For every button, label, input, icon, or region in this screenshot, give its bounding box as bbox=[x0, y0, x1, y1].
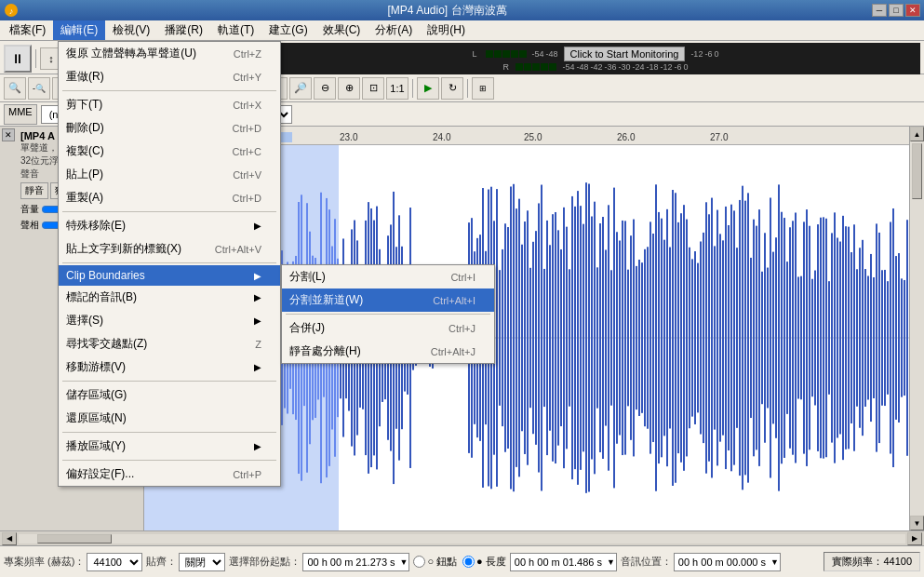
menu-play-region[interactable]: 播放區域(Y) ▶ bbox=[59, 435, 280, 458]
scroll-up-btn[interactable]: ▲ bbox=[910, 127, 924, 141]
audio-pos-dropdown-btn[interactable]: ▼ bbox=[770, 557, 779, 567]
scroll-right-btn[interactable]: ▶ bbox=[907, 532, 922, 545]
snap-radio[interactable]: ○ 鈕點 bbox=[413, 555, 457, 569]
vu-seg-l-2 bbox=[494, 50, 502, 58]
timeline-mark-25: 25.0 bbox=[524, 132, 542, 142]
zoom-fit2-btn[interactable]: ⊡ bbox=[362, 77, 384, 100]
vu-seg-r-4 bbox=[541, 63, 548, 71]
snap-radio-label: ○ 鈕點 bbox=[427, 555, 457, 569]
scroll-down-btn[interactable]: ▼ bbox=[910, 516, 924, 530]
sep8 bbox=[467, 79, 468, 98]
pan-label: 聲相 bbox=[20, 219, 39, 232]
zoom-out-btn[interactable]: -🔍 bbox=[28, 77, 50, 100]
v-scrollbar[interactable]: ▲ ▼ bbox=[909, 127, 924, 530]
track-close-btn[interactable]: ✕ bbox=[2, 128, 15, 141]
menu-paste[interactable]: 貼上(P) Ctrl+V bbox=[59, 163, 280, 186]
play-btn[interactable]: ▶ bbox=[417, 77, 439, 100]
snap-label: 貼齊： bbox=[146, 555, 177, 569]
maximize-button[interactable]: □ bbox=[889, 4, 904, 17]
menu-analyze[interactable]: 分析(A) bbox=[368, 20, 420, 40]
menu-sep1 bbox=[62, 90, 276, 91]
menu-move-cursor[interactable]: 移動游標(V) ▶ bbox=[59, 356, 280, 379]
scroll-left-btn[interactable]: ◀ bbox=[2, 532, 17, 545]
menu-cut[interactable]: 剪下(T) Ctrl+X bbox=[59, 93, 280, 116]
project-rate-label: 專案頻率 (赫茲)： bbox=[4, 555, 85, 569]
menu-store-region[interactable]: 儲存區域(G) bbox=[59, 383, 280, 407]
title-bar: ♪ [MP4 Audio] 台灣南波萬 ─ □ ✕ bbox=[0, 0, 924, 20]
zoom-in2-btn[interactable]: ⊕ bbox=[338, 77, 360, 100]
scroll-track[interactable] bbox=[910, 141, 924, 516]
length-radio-input[interactable] bbox=[462, 556, 475, 568]
menu-file[interactable]: 檔案(F) bbox=[2, 20, 53, 40]
click-monitor-button[interactable]: Click to Start Monitoring bbox=[564, 47, 686, 61]
menu-sep4 bbox=[62, 381, 276, 382]
timeline-mark-23: 23.0 bbox=[340, 132, 357, 142]
menu-clip-boundaries[interactable]: Clip Boundaries ▶ bbox=[59, 265, 280, 286]
extra1-btn[interactable]: ⊞ bbox=[472, 77, 494, 100]
zoom-normal-btn[interactable]: 1:1 bbox=[386, 77, 408, 100]
menu-generate[interactable]: 軌道(T) bbox=[210, 20, 261, 40]
pause-button[interactable]: ⏸ bbox=[4, 45, 32, 73]
audio-pos-input[interactable] bbox=[674, 553, 781, 571]
snap-dropdown[interactable]: 關閉 bbox=[179, 553, 225, 571]
menu-edit[interactable]: 編輯(E) bbox=[53, 20, 105, 40]
menu-view[interactable]: 檢視(V) bbox=[105, 20, 157, 40]
selection-start-label: 選擇部份起點： bbox=[229, 555, 301, 569]
menu-paste-text[interactable]: 貼上文字到新的標籤(X) Ctrl+Alt+V bbox=[59, 237, 280, 261]
menu-select[interactable]: 選擇(S) ▶ bbox=[59, 309, 280, 332]
window-controls: ─ □ ✕ bbox=[872, 4, 920, 17]
menu-track[interactable]: 播蹤(R) bbox=[157, 20, 210, 40]
minimize-button[interactable]: ─ bbox=[872, 4, 887, 17]
menu-restore-region[interactable]: 還原區域(N) bbox=[59, 407, 280, 430]
menu-sep2 bbox=[62, 211, 276, 212]
scroll-thumb[interactable] bbox=[912, 143, 922, 199]
h-scroll-thumb[interactable] bbox=[37, 534, 112, 543]
menu-redo[interactable]: 重做(R) Ctrl+Y bbox=[59, 65, 280, 88]
mme-button[interactable]: MME bbox=[4, 104, 37, 125]
vu-seg-r-2 bbox=[524, 63, 531, 71]
vu-seg-l-5 bbox=[519, 50, 527, 58]
close-button[interactable]: ✕ bbox=[905, 4, 920, 17]
status-bar: 專案頻率 (赫茲)： 44100 貼齊： 關閉 選擇部份起點： ▼ bbox=[0, 545, 924, 577]
menu-delete[interactable]: 刪除(D) Ctrl+D bbox=[59, 116, 280, 140]
h-scroll-track[interactable] bbox=[19, 534, 905, 543]
volume-label: 音量 bbox=[20, 203, 39, 216]
snap-radio-input[interactable] bbox=[413, 556, 425, 568]
project-rate-dropdown[interactable]: 44100 bbox=[87, 553, 142, 571]
menu-find-zero[interactable]: 尋找零交越點(Z) Z bbox=[59, 332, 280, 356]
menu-special-remove[interactable]: 特殊移除(E) ▶ bbox=[59, 214, 280, 237]
loop-btn[interactable]: ↻ bbox=[441, 77, 463, 100]
actual-rate-display: 實際頻率：44100 bbox=[824, 552, 920, 571]
sel-start-dropdown-btn[interactable]: ▼ bbox=[399, 557, 408, 567]
sep7 bbox=[412, 79, 413, 98]
vu-seg-l-1 bbox=[486, 50, 493, 58]
menu-duplicate[interactable]: 重製(A) Ctrl+D bbox=[59, 186, 280, 209]
menu-labeled-audio[interactable]: 標記的音訊(B) ▶ bbox=[59, 286, 280, 309]
timeline-mark-26: 26.0 bbox=[617, 132, 635, 142]
length-radio[interactable]: ● 長度 bbox=[462, 555, 506, 569]
timeline-mark-24: 24.0 bbox=[433, 132, 450, 142]
length-radio-label: ● 長度 bbox=[476, 555, 506, 569]
selection-start-field: 選擇部份起點： ▼ bbox=[229, 553, 409, 571]
menu-preferences[interactable]: 偏好設定(F)... Ctrl+P bbox=[59, 463, 280, 486]
audio-end-field: ▼ bbox=[510, 553, 617, 571]
selection-start-input[interactable] bbox=[302, 553, 409, 571]
edit-dropdown-menu: 復原 立體聲轉為單聲道(U) Ctrl+Z 重做(R) Ctrl+Y 剪下(T)… bbox=[58, 41, 281, 487]
snap-field: 貼齊： 關閉 bbox=[146, 553, 225, 571]
menu-build[interactable]: 建立(G) bbox=[261, 20, 315, 40]
vu-seg-l-3 bbox=[502, 50, 510, 58]
sep1 bbox=[35, 49, 36, 68]
zoom-in-btn[interactable]: 🔍 bbox=[4, 77, 26, 100]
menu-help[interactable]: 說明(H) bbox=[420, 20, 473, 40]
app-icon: ♪ bbox=[4, 3, 19, 18]
timeline-mark-27: 27.0 bbox=[710, 132, 728, 142]
menu-undo[interactable]: 復原 立體聲轉為單聲道(U) Ctrl+Z bbox=[59, 42, 280, 65]
audio-end-dropdown-btn[interactable]: ▼ bbox=[607, 557, 615, 567]
zoom-out2-btn[interactable]: ⊖ bbox=[314, 77, 336, 100]
menu-effect[interactable]: 效果(C) bbox=[315, 20, 368, 40]
mute-button[interactable]: 靜音 bbox=[20, 182, 48, 199]
menu-copy[interactable]: 複製(C) Ctrl+C bbox=[59, 140, 280, 163]
zoom-sel-btn[interactable]: 🔎 bbox=[289, 77, 312, 100]
h-scrollbar[interactable]: ◀ ▶ bbox=[0, 530, 924, 545]
audio-end-input[interactable] bbox=[510, 553, 617, 571]
